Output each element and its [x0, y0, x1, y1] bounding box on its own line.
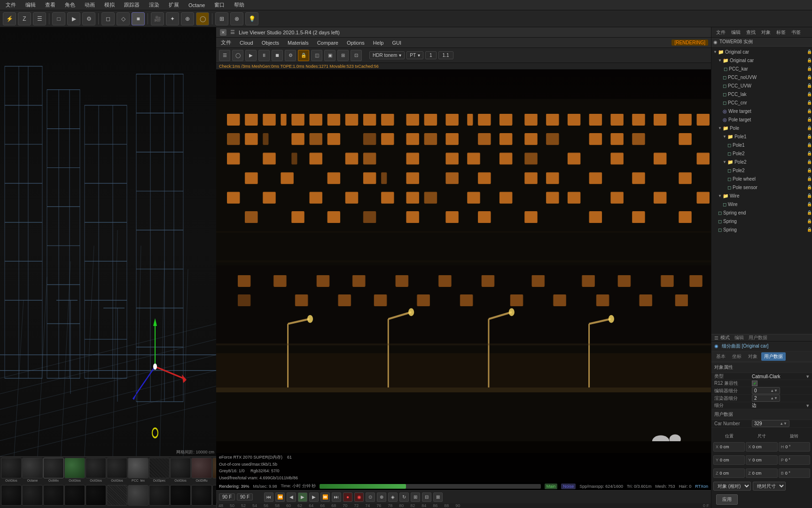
lv-btn-stop[interactable]: ⏹ — [272, 50, 283, 61]
toolbar-btn-deform[interactable]: ⊕ — [181, 12, 194, 25]
tl-loop-button[interactable]: ↻ — [399, 492, 409, 502]
menu-item-view[interactable]: 查看 — [43, 0, 57, 9]
coord-h-rot[interactable]: H 0 ° — [779, 442, 810, 452]
tl-add-button[interactable]: ⊕ — [377, 492, 386, 502]
menu-item-track[interactable]: 跟踪器 — [122, 0, 141, 9]
rh-btn-obj[interactable]: 对象 — [759, 29, 773, 36]
mat-item-r2-5[interactable] — [86, 485, 106, 506]
frame-display-2[interactable]: 90 F — [237, 493, 253, 500]
mat-item-r2-2[interactable] — [22, 485, 43, 506]
tree-pole-wheel[interactable]: ◻ Pole wheel 🔒 — [711, 175, 812, 183]
render-viewport[interactable]: eForce RTX 2070 SUPER(D内存) 61 Out-of-cor… — [216, 70, 711, 490]
mat-item-r2-1[interactable] — [1, 485, 22, 506]
mat-item-r2-8[interactable] — [149, 485, 170, 506]
rh-btn-edit[interactable]: 编辑 — [729, 29, 742, 36]
toolbar-btn-spline[interactable]: ◯ — [196, 12, 209, 25]
coord-z-pos[interactable]: Z 0 cm — [713, 468, 745, 478]
lv-menu-cloud[interactable]: Cloud — [238, 39, 255, 47]
toolbar-btn-move[interactable]: ■ — [132, 12, 145, 25]
rh-btn-tag[interactable]: 标签 — [774, 29, 788, 36]
mat-item-8[interactable]: OctSpec — [149, 458, 170, 482]
tree-spring-1[interactable]: ◻ Spring 🔒 — [711, 217, 812, 225]
toolbar-btn-1[interactable]: ⚡ — [3, 12, 16, 25]
tree-wire-group[interactable]: ▼ 📁 Wire 🔒 — [711, 191, 812, 200]
toolbar-btn-new[interactable]: □ — [52, 12, 65, 25]
tree-pcc-lak[interactable]: ◻ PCC_lak 🔒 — [711, 90, 812, 98]
coord-p-rot[interactable]: P 0 ° — [779, 455, 810, 465]
toolbar-btn-light[interactable]: ✦ — [166, 12, 179, 25]
mat-item-3[interactable]: OctMix — [43, 458, 64, 482]
lv-menu-file[interactable]: 文件 — [219, 38, 233, 47]
hdr-dropdown[interactable]: HDR tonem ▾ — [369, 51, 405, 59]
lv-menu-compare[interactable]: Compare — [315, 39, 340, 47]
mat-item-r2-10[interactable] — [191, 485, 212, 506]
lv-btn-pause[interactable]: ⏸ — [258, 50, 270, 61]
prop-subdiv-type-dropdown[interactable]: ▾ — [806, 403, 809, 409]
coord-y-pos[interactable]: Y 0 cm — [713, 455, 745, 465]
tl-extra-button[interactable]: ⊠ — [433, 492, 443, 502]
lv-btn-cam2[interactable]: ◫ — [311, 50, 322, 61]
rh-btn-file[interactable]: 文件 — [714, 29, 727, 36]
tl-record-button[interactable]: ● — [343, 492, 352, 502]
mat-item-6[interactable]: OctGlos — [107, 458, 127, 482]
tl-settings2-button[interactable]: ⊞ — [411, 492, 420, 502]
apply-button[interactable]: 应用 — [716, 494, 738, 505]
mat-item-r2-11[interactable] — [212, 485, 216, 506]
lv-menu-options[interactable]: Options — [345, 39, 367, 47]
tree-pcc-uvw[interactable]: ◻ PCC_UVW 🔒 — [711, 81, 812, 90]
mat-item-1[interactable]: OctGlos — [1, 458, 22, 482]
coord-b-rot[interactable]: B 0 ° — [779, 468, 810, 478]
lv-btn-settings[interactable]: ⚙ — [285, 50, 296, 61]
mat-item-10[interactable]: OctDiffu — [191, 458, 212, 482]
menu-item-octane[interactable]: Octane — [187, 1, 207, 9]
tl-prev-frame-button[interactable]: ◀ — [287, 492, 296, 502]
lv-btn-save[interactable]: ⊡ — [351, 50, 362, 61]
tl-next-button[interactable]: ⏩ — [320, 492, 330, 502]
menu-item-ext[interactable]: 扩展 — [167, 0, 181, 9]
lv-value2[interactable]: 1.1 — [438, 51, 453, 59]
mat-item-r2-7[interactable] — [128, 485, 148, 506]
coord-mode-dropdown[interactable]: 对象 (相对) — [713, 482, 751, 491]
lv-btn-menu[interactable]: ☰ — [219, 50, 230, 61]
lv-menu-help[interactable]: Help — [371, 39, 386, 47]
toolbar-btn-grid[interactable]: ⊞ — [215, 12, 228, 25]
toolbar-btn-settings[interactable]: ⚙ — [82, 12, 95, 25]
mat-item-r2-4[interactable] — [64, 485, 85, 506]
tl-key-button[interactable]: ◈ — [388, 492, 398, 502]
lv-btn-region[interactable]: ▣ — [324, 50, 336, 61]
mat-item-r2-9[interactable] — [170, 485, 191, 506]
tree-wire-target[interactable]: ◎ Wire target 🔒 — [711, 107, 812, 115]
prop-type-dropdown-icon[interactable]: ▾ — [806, 373, 809, 380]
tree-pole2-group[interactable]: ▼ 📁 Pole2 🔒 — [711, 158, 812, 166]
coord-abs-dropdown[interactable]: 绝对尺寸 — [753, 482, 786, 491]
tree-original-car-child[interactable]: ▼ 📁 Original car 🔒 — [711, 56, 812, 64]
lv-menu-gui[interactable]: GUI — [390, 39, 403, 47]
tree-pole2-mesh[interactable]: ◻ Pole2 🔒 — [711, 166, 812, 175]
tree-pcc-cnr[interactable]: ◻ PCC_cnr 🔒 — [711, 98, 812, 107]
lv-menu-objects[interactable]: Objects — [260, 39, 281, 47]
toolbar-btn-cam[interactable]: 🎥 — [151, 12, 164, 25]
frame-display-1[interactable]: 90 F — [219, 493, 235, 500]
prop-car-number-input[interactable]: 329 ▲▼ — [752, 420, 789, 427]
tl-end-button[interactable]: ⏭ — [332, 492, 341, 502]
coord-x-pos[interactable]: X 0 cm — [713, 442, 745, 452]
menu-item-file[interactable]: 文件 — [4, 0, 18, 9]
tl-render-button[interactable]: ⊟ — [422, 492, 431, 502]
lv-menu-materials[interactable]: Materials — [286, 39, 311, 47]
tab-coords[interactable]: 坐标 — [729, 352, 744, 361]
rh-btn-find[interactable]: 查找 — [744, 29, 757, 36]
root-label[interactable]: TOWER08 实例 — [719, 39, 753, 45]
coord-y-size[interactable]: Y 0 cm — [746, 455, 777, 465]
tl-record2-button[interactable]: ◉ — [354, 492, 364, 502]
tree-spring-end[interactable]: ◻ Spring end 🔒 — [711, 208, 812, 217]
lv-btn-stereo[interactable]: ⊞ — [337, 50, 349, 61]
toolbar-btn-3[interactable]: ☰ — [33, 12, 46, 25]
coord-x-size[interactable]: X 0 cm — [746, 442, 777, 452]
prop-render-subdiv-input[interactable]: 2 ▲▼ — [752, 395, 780, 402]
mat-item-4[interactable]: OctGlos — [64, 458, 85, 482]
tl-prev-button[interactable]: ⏪ — [275, 492, 285, 502]
toolbar-btn-play[interactable]: ▶ — [67, 12, 80, 25]
tree-pole-target[interactable]: ◎ Pole target 🔒 — [711, 115, 812, 124]
tree-spring-2[interactable]: ◻ Spring 🔒 — [711, 225, 812, 234]
mat-item-2[interactable]: Octane — [22, 458, 43, 482]
